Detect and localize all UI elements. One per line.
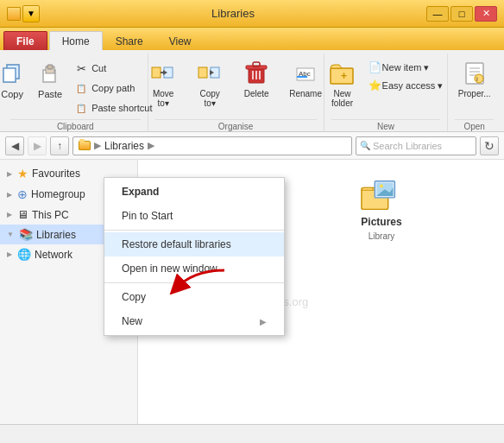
quick-access-dropdown[interactable]: ▼	[22, 5, 40, 22]
search-bar[interactable]: 🔍 Search Libraries	[356, 136, 476, 155]
thispc-label: This PC	[32, 209, 69, 221]
paste-shortcut-icon: 📋	[74, 101, 88, 115]
tab-file[interactable]: File	[3, 31, 47, 50]
svg-text:Abc: Abc	[299, 70, 311, 78]
minimize-button[interactable]: —	[426, 6, 449, 22]
forward-button[interactable]: ▶	[28, 136, 47, 155]
homegroup-expand-icon: ▶	[7, 191, 12, 199]
libraries-label: Libraries	[36, 229, 76, 241]
ctx-restore-default[interactable]: Restore default libraries	[104, 232, 284, 256]
up-button[interactable]: ↑	[50, 136, 69, 155]
new-group-label: New	[331, 119, 441, 131]
address-separator-2: ▶	[148, 140, 154, 151]
properties-icon: i	[461, 60, 488, 87]
ctx-expand[interactable]: Expand	[104, 180, 284, 204]
tab-share[interactable]: Share	[103, 31, 156, 50]
delete-icon	[243, 60, 270, 87]
pictures-name: Pictures	[361, 216, 401, 228]
address-bar[interactable]: ▶ Libraries ▶	[72, 136, 352, 155]
ctx-pin-to-start[interactable]: Pin to Start	[104, 204, 284, 228]
svg-text:i: i	[476, 75, 478, 83]
ribbon-content: Copy Paste ✂ Cut	[0, 50, 504, 132]
easy-access-button[interactable]: ⭐ Easy access ▾	[364, 77, 448, 94]
ctx-separator-2	[104, 282, 284, 283]
svg-rect-7	[152, 67, 161, 78]
copy-path-label: Copy path	[91, 83, 135, 93]
new-item-label: New item ▾	[382, 62, 430, 73]
title-bar: ▼ Libraries — □ ✕	[0, 0, 504, 28]
tab-home[interactable]: Home	[49, 31, 103, 50]
homegroup-icon: ⊕	[17, 187, 28, 201]
pictures-icon	[360, 178, 403, 212]
svg-rect-11	[198, 67, 207, 78]
properties-label: Proper...	[458, 89, 491, 98]
address-folder-icon	[79, 141, 91, 150]
context-menu: Expand Pin to Start Restore default libr…	[104, 177, 285, 336]
new-item-button[interactable]: 📄 New item ▾	[364, 59, 434, 76]
window-title: Libraries	[40, 7, 426, 20]
ctx-copy-label: Copy	[122, 291, 146, 303]
new-buttons: + New folder 📄 New item ▾ ⭐ Easy access …	[324, 55, 448, 117]
open-group-label: Open	[455, 119, 494, 131]
favourites-expand-icon: ▶	[7, 170, 12, 178]
refresh-button[interactable]: ↻	[480, 136, 499, 155]
ribbon-group-organise: Move to▾ Copy to▾	[148, 54, 324, 131]
maximize-button[interactable]: □	[450, 6, 473, 22]
paste-label: Paste	[38, 89, 62, 99]
ribbon-group-open: i Proper... Open	[448, 54, 501, 131]
easy-access-icon: ⭐	[369, 79, 381, 92]
network-icon: 🌐	[17, 248, 31, 261]
copy-button[interactable]: Copy	[0, 57, 30, 102]
open-buttons: i Proper...	[450, 55, 499, 117]
ctx-new[interactable]: New ▶	[104, 309, 284, 333]
ctx-open-new-window-label: Open in new window	[122, 263, 217, 275]
address-libraries: Libraries	[104, 140, 144, 152]
new-folder-button[interactable]: + New folder	[324, 57, 361, 111]
window-controls: — □ ✕	[426, 6, 497, 22]
organise-group-label: Organise	[155, 119, 317, 131]
properties-button[interactable]: i Proper...	[450, 57, 499, 101]
search-icon: 🔍	[360, 141, 370, 150]
network-expand-icon: ▶	[7, 250, 12, 258]
homegroup-label: Homegroup	[31, 188, 85, 200]
title-folder-icon	[7, 7, 21, 21]
rename-label: Rename	[289, 89, 322, 98]
svg-point-42	[380, 185, 383, 188]
clipboard-group-label: Clipboard	[10, 119, 141, 131]
ribbon-tabs: File Home Share View	[0, 28, 504, 50]
libraries-icon: 📚	[19, 228, 33, 241]
ctx-copy[interactable]: Copy	[104, 285, 284, 309]
ctx-open-new-window[interactable]: Open in new window	[104, 256, 284, 281]
ctx-pin-label: Pin to Start	[122, 210, 173, 222]
new-item-easy-group: 📄 New item ▾ ⭐ Easy access ▾	[364, 57, 448, 94]
thispc-icon: 🖥	[17, 208, 28, 221]
delete-button[interactable]: Delete	[235, 57, 278, 101]
svg-rect-6	[47, 65, 53, 69]
close-button[interactable]: ✕	[475, 6, 497, 22]
tab-view[interactable]: View	[156, 31, 205, 50]
ctx-new-label: New	[122, 315, 142, 327]
svg-rect-3	[3, 68, 16, 82]
paste-button[interactable]: Paste	[32, 57, 68, 102]
ctx-restore-label: Restore default libraries	[122, 238, 231, 250]
thispc-expand-icon: ▶	[7, 211, 12, 218]
ribbon-group-new: + New folder 📄 New item ▾ ⭐ Easy access …	[324, 54, 449, 131]
cut-label: Cut	[91, 63, 106, 73]
cut-icon: ✂	[74, 61, 88, 75]
cut-button[interactable]: ✂ Cut	[70, 59, 110, 78]
status-bar	[0, 424, 504, 443]
libraries-expand-icon: ▼	[7, 231, 14, 238]
new-item-icon: 📄	[369, 61, 381, 73]
copy-icon	[0, 60, 26, 87]
copy-to-button[interactable]: Copy to▾	[188, 57, 231, 111]
ctx-separator-1	[104, 230, 284, 231]
rename-button[interactable]: Abc Rename	[281, 57, 330, 101]
move-to-button[interactable]: Move to▾	[142, 57, 185, 111]
copy-path-button[interactable]: 📋 Copy path	[70, 79, 139, 98]
title-bar-left: ▼	[7, 5, 40, 22]
back-button[interactable]: ◀	[5, 136, 24, 155]
quick-access-toolbar: ▼	[7, 5, 40, 22]
ctx-expand-label: Expand	[122, 186, 159, 198]
new-folder-icon: +	[329, 60, 356, 87]
library-item-pictures[interactable]: Pictures Library	[338, 174, 425, 245]
